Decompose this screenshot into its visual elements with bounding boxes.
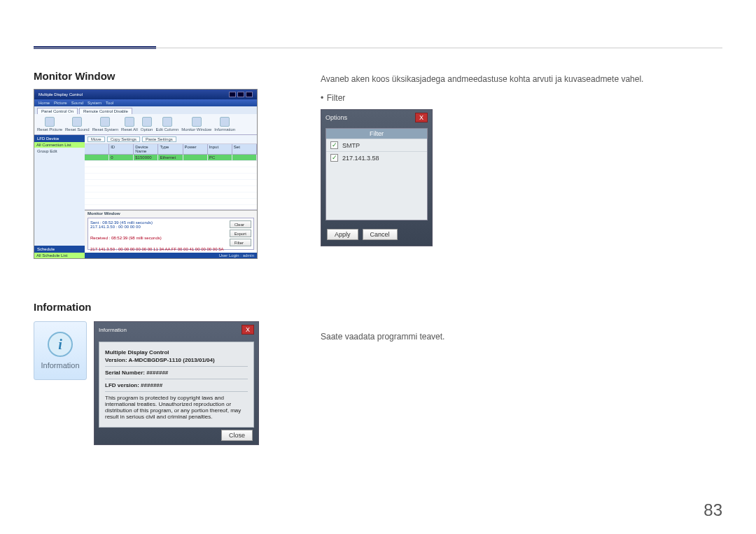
menu-sound[interactable]: Sound (71, 101, 83, 105)
page-number: 83 (704, 500, 722, 520)
ribbon-information[interactable]: Information (214, 117, 235, 132)
info-dialog-close-button[interactable]: X (241, 325, 254, 335)
col-type[interactable]: Type (158, 144, 183, 154)
reset-sound-icon (72, 117, 82, 127)
sidebar-all-schedule[interactable]: All Schedule List (34, 253, 85, 258)
checkbox-icon[interactable]: ✓ (330, 141, 338, 149)
ribbon-reset-sound[interactable]: Reset Sound (65, 117, 90, 132)
filter-dialog-title: Options (326, 114, 347, 121)
information-icon (220, 117, 230, 127)
reset-picture-icon (45, 117, 55, 127)
cell-device-name: $150000 (134, 155, 158, 161)
move-button[interactable]: Move (88, 136, 105, 142)
window-controls (229, 92, 253, 97)
filter-row-label: 217.141.3.58 (342, 155, 379, 162)
divider (105, 391, 248, 392)
tab-label: Remote Control (83, 109, 113, 113)
monitor-window-heading: Monitor Window (34, 70, 265, 82)
information-tile-label: Information (41, 361, 79, 370)
ribbon-label: Reset Sound (65, 127, 90, 132)
filter-dialog-close-button[interactable]: X (415, 113, 428, 122)
col-device-name[interactable]: Device Name (134, 144, 158, 154)
menu-system[interactable]: System (88, 101, 102, 105)
maximize-icon[interactable] (237, 92, 244, 97)
reset-all-icon (125, 117, 134, 127)
sidebar-edit-button[interactable]: Edit (50, 149, 57, 153)
option-icon (142, 117, 152, 127)
filter-button[interactable]: Filter (230, 239, 251, 246)
ribbon-edit-column[interactable]: Edit Column (155, 117, 178, 132)
cell-check[interactable] (85, 155, 109, 161)
ribbon-label: Information (214, 127, 235, 132)
menu-picture[interactable]: Picture (54, 101, 67, 105)
information-description: Saate vaadata programmi teavet. (321, 330, 722, 343)
cancel-button[interactable]: Cancel (363, 229, 398, 240)
col-id[interactable]: ID (109, 144, 134, 154)
ribbon-monitor-window[interactable]: Monitor Window (181, 117, 211, 132)
table-row[interactable]: 0 $150000 Ethernet PC (85, 155, 257, 161)
cell-input: PC (208, 155, 232, 161)
information-heading: Information (34, 301, 265, 313)
apply-button[interactable]: Apply (327, 229, 358, 240)
ribbon-label: Edit Column (155, 127, 178, 132)
cell-set (232, 155, 257, 161)
sidebar-group-label: Group (37, 149, 49, 153)
col-power[interactable]: Power (183, 144, 208, 154)
cell-type: Ethernet (158, 155, 183, 161)
checkbox-icon[interactable]: ✓ (330, 154, 338, 162)
reset-system-icon (100, 117, 110, 127)
monitor-panel: Monitor Window Sent : 08:52:39 (45 milli… (85, 210, 257, 250)
app-title-text: Multiple Display Control (38, 92, 83, 97)
sidebar-lfd-device[interactable]: LFD Device (34, 135, 85, 142)
filter-list: Filter ✓ SMTP ✓ 217.141.3.58 (326, 128, 428, 220)
sidebar-all-connection[interactable]: All Connection List (34, 142, 85, 148)
copy-settings-button[interactable]: Copy Settings (107, 136, 140, 142)
info-close-button[interactable]: Close (221, 430, 253, 441)
ribbon-label: Reset All (121, 127, 138, 132)
ribbon-option[interactable]: Option (141, 117, 153, 132)
monitor-recv-detail: 217.141.3.50 : 00 00 00 00 00 00 11 34 A… (90, 247, 251, 251)
tab-value: Disable (114, 109, 128, 113)
sidebar-group[interactable]: Group Edit (34, 148, 85, 155)
info-dialog-body: Multiple Display Control Version: A-MDCB… (99, 342, 254, 428)
monitor-window-icon (192, 117, 202, 127)
information-tile[interactable]: i Information (34, 321, 87, 380)
cell-power (183, 155, 208, 161)
ribbon-label: Monitor Window (181, 127, 211, 132)
minimize-icon[interactable] (229, 92, 236, 97)
menu-home[interactable]: Home (38, 101, 50, 105)
col-input[interactable]: Input (208, 144, 232, 154)
info-dialog-title: Information (99, 327, 127, 333)
ribbon-reset-system[interactable]: Reset System (92, 117, 118, 132)
menu-tool[interactable]: Tool (106, 101, 113, 105)
filter-row-ip[interactable]: ✓ 217.141.3.58 (326, 151, 427, 164)
edit-column-icon (162, 117, 172, 127)
header-divider (34, 48, 722, 48)
info-app-name: Multiple Display Control (105, 349, 248, 356)
tab-label: Panel Control (41, 109, 66, 113)
divider (105, 379, 248, 379)
export-button[interactable]: Export (230, 230, 251, 237)
tab-remote-control[interactable]: Remote Control Disable (79, 108, 132, 114)
close-icon[interactable] (246, 92, 253, 97)
bullet-dot: • (321, 93, 323, 103)
app-main-area: Move Copy Settings Paste Settings ID Dev… (85, 135, 257, 258)
filter-row-smtp[interactable]: ✓ SMTP (326, 139, 427, 151)
monitor-sent-detail: 217.141.3.50 : 00 00 00 00 (90, 225, 251, 229)
status-bar: User Login : admin (85, 253, 257, 258)
col-set[interactable]: Set (232, 144, 257, 154)
grid-header: ID Device Name Type Power Input Set (85, 144, 257, 155)
paste-settings-button[interactable]: Paste Settings (142, 136, 176, 142)
ribbon-label: Option (141, 127, 153, 132)
tab-strip: Panel Control On Remote Control Disable (34, 106, 257, 114)
app-titlebar: Multiple Display Control (34, 90, 257, 99)
menu-bar: Home Picture Sound System Tool (34, 99, 257, 106)
grid-empty-rows (85, 161, 257, 210)
clear-button[interactable]: Clear (230, 220, 251, 228)
monitor-recv-header: Received : 08:52:39 (98 milli seconds) (90, 236, 251, 240)
sidebar-schedule[interactable]: Schedule (34, 246, 85, 253)
tab-panel-control[interactable]: Panel Control On (37, 108, 78, 114)
ribbon-reset-all[interactable]: Reset All (121, 117, 138, 132)
cell-id: 0 (109, 155, 134, 161)
ribbon-reset-picture[interactable]: Reset Picture (37, 117, 62, 132)
